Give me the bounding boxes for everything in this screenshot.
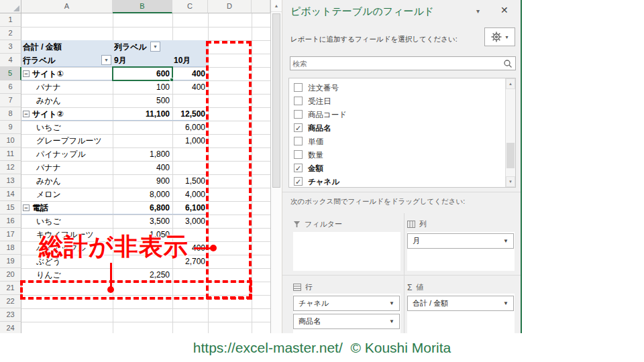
- pane-close-icon[interactable]: ✕: [500, 5, 508, 15]
- scroll-up-icon[interactable]: ▲: [506, 78, 515, 89]
- chip-dropdown-icon[interactable]: ▼: [503, 300, 508, 306]
- row-header-7[interactable]: 7: [0, 94, 21, 107]
- pivot-row-label[interactable]: −サイト①: [23, 67, 111, 80]
- sheet-vertical-scrollbar[interactable]: ▲: [270, 0, 282, 333]
- tools-button[interactable]: ▾: [484, 27, 515, 46]
- cell-b3-column-labels[interactable]: 列ラベル: [114, 40, 150, 54]
- columns-area-chip-1[interactable]: 月▼: [407, 233, 514, 249]
- pivot-value-september[interactable]: 100: [113, 80, 170, 94]
- row-header-18[interactable]: 18: [0, 241, 21, 255]
- pivot-value-september[interactable]: 3,500: [113, 215, 170, 228]
- pivot-value-september[interactable]: 400: [113, 161, 170, 174]
- field-item-チャネル[interactable]: ✓チャネル: [289, 175, 504, 188]
- checkbox-unchecked[interactable]: [294, 83, 303, 92]
- column-header-b[interactable]: B: [113, 0, 172, 13]
- row-header-9[interactable]: 9: [0, 121, 21, 134]
- cell-a3-measure[interactable]: 合計 / 金額: [23, 40, 110, 54]
- row-header-8[interactable]: 8: [0, 107, 21, 121]
- row-header-11[interactable]: 11: [0, 147, 21, 161]
- pivot-row-label[interactable]: バナナ: [23, 161, 111, 174]
- pivot-row-label[interactable]: パイナップル: [23, 147, 111, 161]
- row-header-14[interactable]: 14: [0, 188, 21, 201]
- pivot-value-september[interactable]: 900: [113, 174, 170, 188]
- row-header-20[interactable]: 20: [0, 268, 21, 282]
- checkbox-checked[interactable]: ✓: [294, 123, 303, 132]
- row-header-3[interactable]: 3: [0, 40, 21, 54]
- active-cell-selection[interactable]: [112, 66, 173, 81]
- checkbox-unchecked[interactable]: [294, 110, 303, 119]
- field-item-数量[interactable]: 数量: [289, 148, 504, 162]
- field-search-box[interactable]: [290, 56, 516, 70]
- row-header-16[interactable]: 16: [0, 215, 21, 228]
- fill-handle[interactable]: [170, 78, 173, 81]
- collapse-icon[interactable]: −: [23, 70, 30, 77]
- pivot-row-label[interactable]: −電話: [23, 201, 111, 215]
- field-item-注文番号[interactable]: 注文番号: [289, 81, 504, 95]
- pivot-row-label[interactable]: メロン: [23, 188, 111, 201]
- field-list-scrollbar[interactable]: ▲ ▼: [505, 78, 515, 187]
- scroll-down-icon[interactable]: ▼: [506, 176, 515, 187]
- pivot-value-october[interactable]: 6,100: [172, 201, 205, 215]
- field-item-金額[interactable]: ✓金額: [289, 162, 504, 175]
- row-header-13[interactable]: 13: [0, 174, 21, 188]
- pivot-value-october[interactable]: 12,500: [172, 107, 205, 121]
- checkbox-unchecked[interactable]: [294, 150, 303, 159]
- row-header-5[interactable]: 5: [0, 67, 21, 80]
- field-item-商品コード[interactable]: 商品コード: [289, 108, 504, 121]
- search-input[interactable]: [292, 58, 500, 69]
- row-header-6[interactable]: 6: [0, 80, 21, 94]
- row-header-19[interactable]: 19: [0, 255, 21, 268]
- pivot-value-september[interactable]: [113, 121, 170, 134]
- row-header-4[interactable]: 4: [0, 54, 21, 67]
- row-header-24[interactable]: 24: [0, 322, 21, 333]
- rows-area-chip-2[interactable]: 商品名▼: [293, 314, 400, 329]
- pivot-row-label[interactable]: グレープフルーツ: [23, 134, 111, 147]
- scroll-up-icon[interactable]: ▲: [271, 0, 282, 12]
- pivot-value-october[interactable]: 4,000: [172, 188, 205, 201]
- pivot-value-september[interactable]: 6,800: [113, 201, 170, 215]
- pivot-value-october[interactable]: 6,000: [172, 121, 205, 134]
- pivot-value-october[interactable]: 400: [172, 80, 205, 94]
- pivot-value-october[interactable]: 1,500: [172, 174, 205, 188]
- pivot-value-september[interactable]: 500: [113, 94, 170, 107]
- field-item-受注日[interactable]: 受注日: [289, 95, 504, 108]
- checkbox-checked[interactable]: ✓: [294, 177, 303, 186]
- chip-dropdown-icon[interactable]: ▼: [503, 238, 508, 244]
- pivot-row-label[interactable]: −サイト②: [23, 107, 111, 121]
- scrollbar-thumb[interactable]: [272, 13, 280, 188]
- row-header-15[interactable]: 15: [0, 201, 21, 215]
- pivot-value-september[interactable]: 1,800: [113, 147, 170, 161]
- chip-dropdown-icon[interactable]: ▼: [389, 300, 394, 306]
- row-header-23[interactable]: 23: [0, 308, 21, 322]
- checkbox-unchecked[interactable]: [294, 97, 303, 105]
- row-header-22[interactable]: 22: [0, 295, 21, 308]
- pivot-value-october[interactable]: [172, 147, 205, 161]
- pivot-value-september[interactable]: 8,000: [113, 188, 170, 201]
- scrollbar-thumb[interactable]: [506, 143, 515, 168]
- cell-c4-month-october[interactable]: 10月: [174, 54, 206, 67]
- field-item-商品名[interactable]: ✓商品名: [289, 121, 504, 135]
- pivot-value-october[interactable]: 1,000: [172, 134, 205, 147]
- row-labels-filter-dropdown[interactable]: ▼: [101, 55, 111, 65]
- pivot-value-october[interactable]: [172, 94, 205, 107]
- column-header-a[interactable]: A: [21, 0, 113, 13]
- pivot-row-label[interactable]: いちご: [23, 215, 111, 228]
- values-area-chip-1[interactable]: 合計 / 金額▼: [407, 296, 514, 311]
- chip-dropdown-icon[interactable]: ▼: [389, 318, 394, 324]
- row-header-1[interactable]: 1: [0, 13, 21, 27]
- field-item-単価[interactable]: 単価: [289, 135, 504, 148]
- pane-options-chevron-icon[interactable]: ▾: [476, 7, 480, 15]
- pivot-value-september[interactable]: 11,100: [113, 107, 170, 121]
- pivot-row-label[interactable]: いちご: [23, 121, 111, 134]
- pivot-value-september[interactable]: 2,250: [113, 268, 170, 282]
- pivot-row-label[interactable]: みかん: [23, 94, 111, 107]
- checkbox-checked[interactable]: ✓: [294, 164, 303, 172]
- pivot-value-september[interactable]: [113, 134, 170, 147]
- row-header-2[interactable]: 2: [0, 27, 21, 40]
- column-labels-filter-dropdown[interactable]: ▼: [150, 42, 160, 52]
- pivot-value-october[interactable]: 400: [172, 67, 205, 80]
- select-all-button[interactable]: [0, 0, 21, 13]
- filters-drop-area[interactable]: [293, 232, 400, 271]
- column-header-d[interactable]: D: [208, 0, 252, 13]
- checkbox-unchecked[interactable]: [294, 137, 303, 145]
